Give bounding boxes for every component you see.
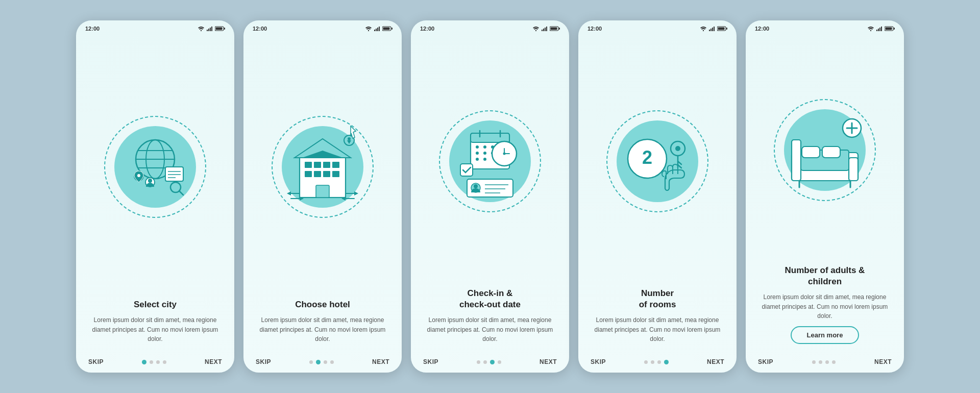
body-2: Lorem ipsum dolor sit dim amet, mea regi…	[256, 315, 389, 344]
svg-rect-34	[323, 162, 330, 168]
time-4: 12:00	[587, 26, 602, 32]
svg-rect-53	[559, 28, 560, 30]
dot-5-3	[825, 360, 829, 364]
svg-rect-15	[165, 167, 183, 181]
time-2: 12:00	[253, 26, 267, 32]
svg-rect-4	[211, 27, 212, 31]
next-btn-2[interactable]: NEXT	[372, 358, 389, 365]
svg-rect-48	[542, 30, 543, 31]
skip-btn-4[interactable]: SKIP	[591, 358, 606, 365]
learn-more-button[interactable]: Learn more	[791, 326, 860, 344]
svg-rect-27	[379, 27, 380, 31]
signal-icon-2	[374, 26, 380, 31]
wifi-icon-5	[867, 26, 874, 31]
skip-btn-5[interactable]: SKIP	[758, 358, 773, 365]
dot-3-2	[483, 360, 487, 364]
svg-rect-2	[208, 29, 209, 31]
svg-rect-3	[210, 28, 211, 31]
svg-marker-43	[287, 191, 291, 195]
svg-rect-30	[383, 28, 390, 30]
svg-rect-6	[224, 28, 225, 30]
bed-icon	[776, 102, 873, 199]
content-2: Choose hotel Lorem ipsum dolor sit dim a…	[243, 299, 402, 354]
battery-icon-4	[717, 26, 727, 31]
svg-point-60	[483, 145, 486, 149]
skip-btn-2[interactable]: SKIP	[256, 358, 271, 365]
dot-2-2	[316, 360, 321, 364]
illustration-2	[243, 35, 402, 299]
signal-icon-5	[876, 26, 883, 31]
time-1: 12:00	[85, 26, 100, 32]
status-bar-1: 12:00	[76, 20, 234, 35]
dots-5	[812, 360, 836, 364]
wifi-icon-2	[365, 26, 372, 31]
svg-point-20	[148, 179, 152, 183]
svg-rect-1	[207, 30, 208, 31]
content-5: Number of adults & children Lorem ipsum …	[746, 265, 904, 354]
body-3: Lorem ipsum dolor sit dim amet, mea regi…	[423, 315, 557, 344]
svg-rect-24	[374, 30, 375, 31]
content-4: Number of rooms Lorem ipsum dolor sit di…	[578, 288, 737, 354]
svg-line-22	[179, 191, 183, 195]
dot-1-3	[156, 360, 160, 364]
svg-rect-105	[849, 158, 858, 181]
dots-3	[477, 360, 501, 364]
skip-btn-1[interactable]: SKIP	[88, 358, 104, 365]
svg-point-47	[535, 30, 536, 31]
body-4: Lorem ipsum dolor sit dim amet, mea regi…	[591, 315, 724, 344]
phone-select-city: 12:00	[76, 20, 234, 373]
svg-point-80	[703, 30, 704, 31]
next-btn-1[interactable]: NEXT	[205, 358, 222, 365]
next-btn-3[interactable]: NEXT	[540, 358, 557, 365]
dot-1-4	[163, 360, 166, 364]
svg-text:2: 2	[642, 147, 652, 168]
svg-rect-49	[543, 29, 544, 31]
battery-icon-3	[550, 26, 560, 31]
battery-icon-1	[215, 26, 225, 31]
svg-rect-86	[726, 28, 727, 30]
svg-point-67	[476, 158, 479, 161]
svg-rect-81	[709, 30, 710, 31]
title-3: Check-in & check-out date	[423, 288, 557, 310]
status-bar-3: 12:00	[411, 20, 569, 35]
globe-icon	[109, 121, 201, 213]
dot-1-2	[150, 360, 153, 364]
skip-btn-3[interactable]: SKIP	[423, 358, 438, 365]
content-3: Check-in & check-out date Lorem ipsum do…	[411, 288, 569, 354]
calendar-icon	[439, 110, 541, 212]
svg-point-95	[870, 30, 871, 31]
phone-choose-hotel: 12:00	[243, 20, 402, 373]
svg-rect-101	[894, 28, 895, 30]
svg-rect-108	[822, 146, 840, 158]
wifi-icon-1	[198, 26, 205, 31]
dot-2-1	[309, 360, 313, 364]
next-btn-5[interactable]: NEXT	[874, 358, 892, 365]
nav-5: SKIP NEXT	[746, 354, 904, 373]
svg-point-23	[368, 30, 369, 31]
svg-rect-50	[545, 28, 546, 31]
phone-rooms: 12:00	[578, 20, 737, 373]
svg-rect-54	[551, 28, 557, 30]
body-5: Lorem ipsum dolor sit dim amet, mea regi…	[758, 292, 892, 321]
svg-rect-33	[314, 162, 321, 168]
svg-marker-45	[354, 191, 358, 195]
dot-3-4	[498, 360, 501, 364]
svg-rect-26	[377, 28, 378, 31]
svg-point-14	[137, 174, 140, 177]
signal-icon-4	[709, 26, 715, 31]
next-btn-4[interactable]: NEXT	[707, 358, 724, 365]
illustration-4: 2	[578, 35, 737, 288]
svg-rect-97	[878, 29, 879, 31]
svg-rect-38	[323, 171, 330, 177]
phone-checkin: 12:00	[411, 20, 569, 373]
dot-3-1	[477, 360, 480, 364]
dots-4	[644, 360, 669, 364]
dot-5-2	[819, 360, 822, 364]
wifi-icon-4	[700, 26, 707, 31]
svg-rect-73	[460, 164, 473, 176]
svg-rect-36	[305, 171, 312, 177]
dot-5-4	[832, 360, 836, 364]
svg-rect-83	[712, 28, 713, 31]
status-bar-5: 12:00	[746, 20, 904, 35]
illustration-3	[411, 35, 569, 288]
